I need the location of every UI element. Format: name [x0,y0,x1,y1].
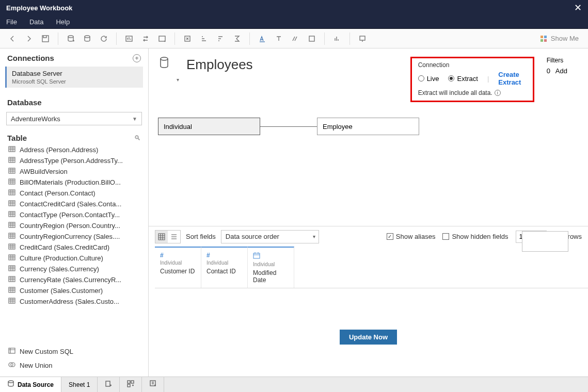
table-item[interactable]: Contact (Person.Contact) [0,188,148,199]
column-headers: #IndividualCustomer ID#IndividualContact… [155,247,588,288]
showme-icon [539,35,548,43]
join-line [260,126,317,127]
extract-radio[interactable]: Extract [448,75,478,83]
table-icon [8,287,15,295]
svg-rect-36 [131,381,134,383]
title-bar: Employee Workbook ✕ [0,0,588,15]
show-hidden-checkbox[interactable]: Show hidden fields [442,233,508,240]
window-title: Employee Workbook [6,4,72,12]
database-select[interactable]: AdventureWorks ▼ [6,112,142,125]
svg-rect-15 [9,179,15,184]
connection-label: Connection [418,61,527,69]
left-panel: Connections + Database Server Microsoft … [0,48,149,377]
table-item[interactable]: CountryRegion (Person.Country... [0,220,148,231]
column-header[interactable]: #IndividualContact ID [201,247,248,288]
sql-icon [8,348,15,355]
table-item[interactable]: CountryRegionCurrency (Sales.... [0,231,148,242]
show-me-button[interactable]: Show Me [539,35,583,43]
fit-icon [305,31,319,46]
sort-1-icon [197,31,211,46]
table-item[interactable]: ContactCreditCard (Sales.Conta... [0,199,148,209]
svg-rect-25 [9,287,15,292]
new-story-icon[interactable] [142,377,164,392]
database-label: Database [7,98,42,107]
union-icon [8,362,15,369]
table-item[interactable]: Currency (Sales.Currency) [0,264,148,274]
datasource-title[interactable]: Employees [186,57,403,73]
table-icon [8,211,15,219]
update-now-button[interactable]: Update Now [340,330,397,345]
floating-box [522,231,568,252]
menu-file[interactable]: File [6,18,17,26]
new-custom-sql[interactable]: New Custom SQL [0,345,148,358]
column-header[interactable]: IndividualModified Date [248,247,294,288]
info-icon[interactable]: i [495,90,501,96]
menu-help[interactable]: Help [56,18,70,26]
grid-view-icon[interactable] [155,231,168,243]
table-item[interactable]: CurrencyRate (Sales.CurrencyR... [0,274,148,285]
connection-type: Microsoft SQL Server [12,78,138,85]
table-item[interactable]: Customer (Sales.Customer) [0,285,148,296]
create-extract-link[interactable]: Create Extract [498,71,526,86]
show-aliases-checkbox[interactable]: ✓ Show aliases [387,233,436,240]
table-item[interactable]: AddressType (Person.AddressTy... [0,155,148,166]
live-radio[interactable]: Live [418,75,439,83]
forward-icon[interactable] [22,31,36,46]
menu-data[interactable]: Data [29,18,43,26]
type-icon: # [206,252,242,259]
svg-rect-31 [158,234,165,240]
table-icon [8,233,15,240]
list-view-icon[interactable] [168,231,180,243]
table-item[interactable]: Culture (Production.Culture) [0,253,148,264]
table-icon [8,157,15,165]
table-item[interactable]: AWBuildVersion [0,166,148,177]
close-icon[interactable]: ✕ [574,2,582,13]
pause-icon[interactable] [80,31,94,46]
filters-add[interactable]: Add [555,67,567,75]
table-item[interactable]: CustomerAddress (Sales.Custo... [0,296,148,307]
new-worksheet-icon[interactable] [98,377,120,392]
table-icon [8,254,15,262]
bottom-tabs: Data Source Sheet 1 [0,377,588,392]
tab-data-source[interactable]: Data Source [0,377,61,392]
new-dashboard-icon[interactable] [120,377,142,392]
sort-asc-icon [155,31,169,46]
refresh-icon[interactable] [97,31,111,46]
svg-rect-26 [9,298,15,303]
column-header[interactable]: #IndividualCustomer ID [155,247,201,288]
connection-item[interactable]: Database Server Microsoft SQL Server [5,67,143,88]
table-item[interactable]: BillOfMaterials (Production.BillO... [0,177,148,188]
entity-employee[interactable]: Employee [317,118,419,135]
entity-individual[interactable]: Individual [158,118,260,135]
sort-select[interactable]: Data source order [221,230,319,243]
svg-rect-23 [9,266,15,271]
join-canvas[interactable]: Individual Employee [149,107,588,226]
rows-label: rows [568,233,582,240]
save-icon[interactable] [38,31,53,46]
svg-rect-6 [309,36,314,41]
svg-rect-17 [9,201,15,206]
table-icon [8,222,15,230]
table-item[interactable]: ContactType (Person.ContactTy... [0,209,148,220]
table-item[interactable]: Address (Person.Address) [0,144,148,155]
checkbox-icon: ✓ [387,233,393,240]
caret-icon[interactable]: ▾ [177,77,179,83]
svg-rect-10 [541,39,543,42]
new-datasource-icon[interactable] [63,31,78,46]
highlight-icon[interactable] [255,31,269,46]
back-icon[interactable] [5,31,20,46]
table-icon [8,178,15,186]
svg-rect-21 [9,244,15,249]
new-union[interactable]: New Union [0,358,148,372]
search-icon[interactable]: 🔍︎ [134,134,141,142]
radio-icon [418,75,424,81]
table-item[interactable]: CreditCard (Sales.CreditCard) [0,242,148,253]
add-connection-icon[interactable]: + [133,54,141,62]
sort-2-icon [213,31,228,46]
group-icon [288,31,303,46]
datasource-icon [159,57,169,71]
table-icon [8,265,15,273]
tab-sheet1[interactable]: Sheet 1 [61,377,98,392]
sort-label: Sort fields [186,233,216,240]
svg-rect-24 [9,276,15,282]
